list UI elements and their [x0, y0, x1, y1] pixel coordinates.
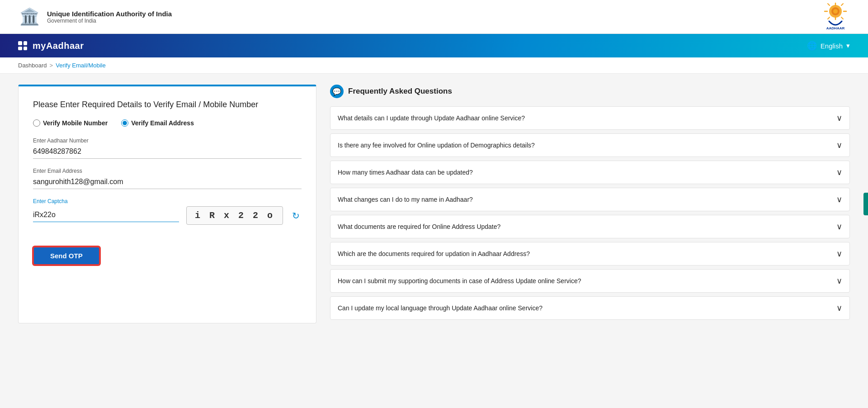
radio-email-input[interactable]	[121, 119, 128, 127]
page-header: 🏛️ Unique Identification Authority of In…	[0, 0, 868, 34]
faq-chevron-icon: ∨	[836, 113, 842, 123]
faq-item[interactable]: How many times Aadhaar data can be updat…	[330, 161, 850, 184]
navbar-left: myAadhaar	[18, 41, 84, 51]
faq-item[interactable]: What changes can I do to my name in Aadh…	[330, 188, 850, 211]
faq-chevron-icon: ∨	[836, 303, 842, 313]
aadhaar-label: Enter Aadhaar Number	[33, 138, 302, 144]
faq-item[interactable]: Can I update my local language through U…	[330, 296, 850, 320]
faq-question: How many times Aadhaar data can be updat…	[338, 169, 836, 176]
faq-list: What details can I update through Update…	[330, 106, 850, 320]
faq-item[interactable]: What documents are required for Online A…	[330, 215, 850, 238]
svg-point-2	[833, 9, 838, 14]
captcha-input[interactable]	[33, 209, 179, 222]
faq-chevron-icon: ∨	[836, 222, 842, 232]
svg-line-10	[841, 17, 843, 19]
faq-chevron-icon: ∨	[836, 249, 842, 259]
language-chevron: ▾	[846, 42, 850, 50]
faq-item[interactable]: Is there any fee involved for Online upd…	[330, 133, 850, 157]
radio-mobile-label: Verify Mobile Number	[43, 119, 108, 127]
faq-chevron-icon: ∨	[836, 276, 842, 286]
email-input[interactable]	[33, 176, 302, 189]
menu-grid-icon[interactable]	[18, 41, 27, 50]
captcha-refresh-button[interactable]: ↻	[290, 209, 302, 223]
header-left: 🏛️ Unique Identification Authority of In…	[18, 4, 172, 30]
org-name: Unique Identification Authority of India	[47, 10, 172, 18]
radio-mobile-input[interactable]	[33, 119, 40, 127]
faq-chevron-icon: ∨	[836, 195, 842, 204]
captcha-label: Enter Captcha	[33, 198, 302, 204]
captcha-image: i R x 2 2 o	[186, 206, 283, 225]
faq-header: 💬 Frequently Asked Questions	[330, 85, 850, 98]
svg-line-9	[828, 17, 830, 19]
faq-section: 💬 Frequently Asked Questions What detail…	[330, 85, 850, 323]
breadcrumb: Dashboard > Verify Email/Mobile	[0, 57, 868, 74]
faq-question: What details can I update through Update…	[338, 114, 836, 122]
language-icon: 🌐	[807, 41, 817, 51]
send-otp-button[interactable]: Send OTP	[33, 247, 100, 265]
faq-question: How can I submit my supporting documents…	[338, 277, 836, 285]
faq-chevron-icon: ∨	[836, 140, 842, 150]
radio-group: Verify Mobile Number Verify Email Addres…	[33, 119, 302, 127]
faq-icon-symbol: 💬	[332, 87, 341, 96]
faq-question: Can I update my local language through U…	[338, 304, 836, 312]
faq-question: What changes can I do to my name in Aadh…	[338, 196, 836, 203]
radio-email-label: Verify Email Address	[131, 119, 194, 127]
refresh-icon: ↻	[292, 210, 300, 221]
aadhaar-input[interactable]	[33, 146, 302, 159]
captcha-field-group: Enter Captcha i R x 2 2 o ↻	[33, 198, 302, 225]
scroll-indicator	[863, 193, 868, 215]
faq-question: Is there any fee involved for Online upd…	[338, 142, 836, 149]
radio-mobile-option[interactable]: Verify Mobile Number	[33, 119, 108, 127]
org-sub: Government of India	[47, 18, 172, 24]
faq-title: Frequently Asked Questions	[348, 87, 452, 96]
breadcrumb-current: Verify Email/Mobile	[56, 62, 106, 69]
aadhaar-field-group: Enter Aadhaar Number	[33, 138, 302, 159]
breadcrumb-separator: >	[50, 62, 53, 69]
faq-question: Which are the documents required for upd…	[338, 250, 836, 257]
header-text: Unique Identification Authority of India…	[47, 10, 172, 24]
faq-item[interactable]: How can I submit my supporting documents…	[330, 269, 850, 293]
language-label: English	[821, 42, 843, 50]
faq-icon: 💬	[330, 85, 344, 98]
brand-name: myAadhaar	[33, 41, 84, 51]
emblem-icon: 🏛️	[18, 4, 41, 30]
faq-question: What documents are required for Online A…	[338, 223, 836, 230]
email-label: Enter Email Address	[33, 168, 302, 174]
svg-text:AADHAAR: AADHAAR	[826, 26, 845, 30]
breadcrumb-dashboard[interactable]: Dashboard	[18, 62, 47, 69]
form-heading: Please Enter Required Details to Verify …	[33, 100, 302, 109]
aadhaar-logo: AADHAAR	[821, 2, 850, 31]
svg-line-7	[828, 4, 830, 5]
main-content: Please Enter Required Details to Verify …	[0, 74, 868, 334]
navbar: myAadhaar 🌐 English ▾	[0, 34, 868, 57]
language-selector[interactable]: 🌐 English ▾	[807, 41, 850, 51]
aadhaar-symbol-svg: AADHAAR	[821, 2, 850, 31]
email-field-group: Enter Email Address	[33, 168, 302, 189]
faq-item[interactable]: Which are the documents required for upd…	[330, 242, 850, 266]
form-card: Please Enter Required Details to Verify …	[18, 85, 316, 323]
captcha-row: i R x 2 2 o ↻	[33, 206, 302, 225]
faq-chevron-icon: ∨	[836, 167, 842, 177]
faq-item[interactable]: What details can I update through Update…	[330, 106, 850, 130]
svg-line-8	[841, 4, 843, 5]
radio-email-option[interactable]: Verify Email Address	[121, 119, 194, 127]
